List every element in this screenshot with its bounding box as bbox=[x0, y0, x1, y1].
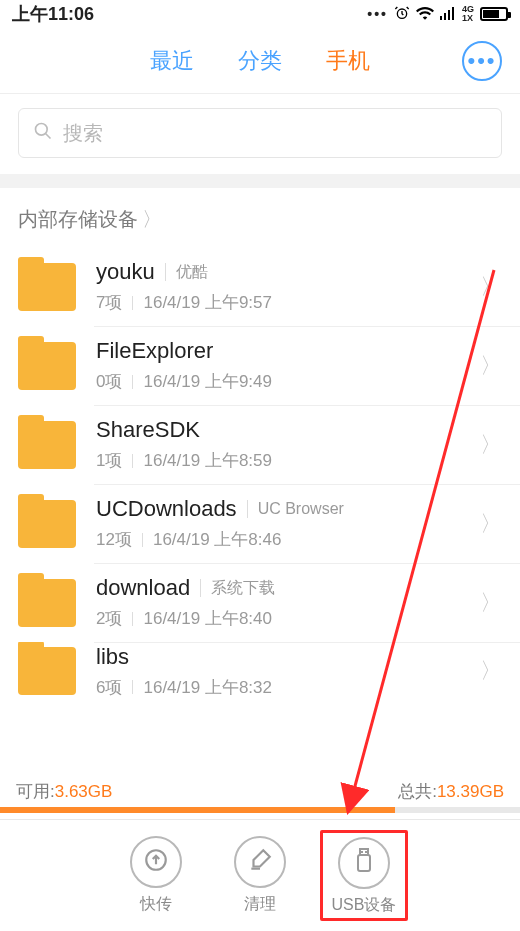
folder-row[interactable]: libs 6项 16/4/19 上午8:32 〉 bbox=[0, 642, 520, 700]
folder-row[interactable]: youku 优酷 7项 16/4/19 上午9:57 〉 bbox=[0, 247, 520, 326]
folder-icon bbox=[18, 647, 76, 695]
divider bbox=[165, 263, 166, 281]
folder-row[interactable]: download 系统下载 2项 16/4/19 上午8:40 〉 bbox=[0, 563, 520, 642]
svg-point-5 bbox=[36, 123, 48, 135]
folder-count: 2项 bbox=[96, 607, 122, 630]
svg-rect-1 bbox=[440, 16, 442, 20]
folder-tag: 系统下载 bbox=[211, 578, 275, 599]
folder-name: youku bbox=[96, 259, 155, 285]
divider bbox=[247, 500, 248, 518]
folder-icon bbox=[18, 342, 76, 390]
chevron-right-icon: 〉 bbox=[142, 206, 162, 233]
folder-date: 16/4/19 上午8:59 bbox=[143, 449, 272, 472]
more-icon: ••• bbox=[467, 48, 496, 74]
section-gap bbox=[0, 174, 520, 188]
folder-icon bbox=[18, 421, 76, 469]
svg-rect-8 bbox=[358, 855, 370, 871]
fast-transfer-button[interactable]: 快传 bbox=[112, 836, 200, 915]
storage-section-header[interactable]: 内部存储设备 〉 bbox=[0, 188, 520, 247]
search-wrap: 搜索 bbox=[0, 94, 520, 174]
folder-tag: UC Browser bbox=[258, 500, 344, 518]
bottom-bar: 快传 清理 USB设备 bbox=[0, 819, 520, 931]
wifi-icon bbox=[416, 6, 434, 23]
chevron-right-icon: 〉 bbox=[472, 351, 502, 381]
folder-tag: 优酷 bbox=[176, 262, 208, 283]
tab-phone[interactable]: 手机 bbox=[326, 46, 370, 76]
usb-icon bbox=[352, 847, 376, 879]
chevron-right-icon: 〉 bbox=[472, 509, 502, 539]
folder-count: 7项 bbox=[96, 291, 122, 314]
folder-name: libs bbox=[96, 644, 129, 670]
brush-icon bbox=[247, 847, 273, 877]
divider bbox=[132, 680, 133, 694]
status-time: 上午11:06 bbox=[12, 2, 94, 26]
folder-count: 6项 bbox=[96, 676, 122, 699]
divider bbox=[132, 454, 133, 468]
folder-name: UCDownloads bbox=[96, 496, 237, 522]
divider bbox=[132, 296, 133, 310]
folder-count: 12项 bbox=[96, 528, 132, 551]
fast-label: 快传 bbox=[140, 894, 172, 915]
folder-row[interactable]: UCDownloads UC Browser 12项 16/4/19 上午8:4… bbox=[0, 484, 520, 563]
divider bbox=[142, 533, 143, 547]
folder-name: download bbox=[96, 575, 190, 601]
folder-row[interactable]: ShareSDK 1项 16/4/19 上午8:59 〉 bbox=[0, 405, 520, 484]
chevron-right-icon: 〉 bbox=[472, 272, 502, 302]
folder-count: 0项 bbox=[96, 370, 122, 393]
divider bbox=[132, 612, 133, 626]
chevron-right-icon: 〉 bbox=[472, 430, 502, 460]
cellular-dots-icon: ••• bbox=[367, 6, 388, 22]
svg-rect-4 bbox=[452, 7, 454, 20]
storage-progress bbox=[0, 807, 520, 813]
folder-name: FileExplorer bbox=[96, 338, 213, 364]
clean-button[interactable]: 清理 bbox=[216, 836, 304, 915]
svg-rect-3 bbox=[448, 10, 450, 20]
top-nav: 最近 分类 手机 ••• bbox=[0, 28, 520, 94]
tab-category[interactable]: 分类 bbox=[238, 46, 282, 76]
folder-list: youku 优酷 7项 16/4/19 上午9:57 〉 FileExplore… bbox=[0, 247, 520, 700]
folder-icon bbox=[18, 579, 76, 627]
divider bbox=[200, 579, 201, 597]
folder-date: 16/4/19 上午8:32 bbox=[143, 676, 272, 699]
divider bbox=[132, 375, 133, 389]
folder-count: 1项 bbox=[96, 449, 122, 472]
chevron-right-icon: 〉 bbox=[472, 588, 502, 618]
folder-icon bbox=[18, 500, 76, 548]
more-button[interactable]: ••• bbox=[462, 41, 502, 81]
folder-row[interactable]: FileExplorer 0项 16/4/19 上午9:49 〉 bbox=[0, 326, 520, 405]
storage-total: 总共:13.39GB bbox=[398, 780, 504, 803]
search-icon bbox=[33, 121, 53, 146]
folder-date: 16/4/19 上午9:49 bbox=[143, 370, 272, 393]
folder-date: 16/4/19 上午8:40 bbox=[143, 607, 272, 630]
alarm-icon bbox=[394, 5, 410, 24]
clean-label: 清理 bbox=[244, 894, 276, 915]
upload-icon bbox=[143, 847, 169, 877]
chevron-right-icon: 〉 bbox=[472, 656, 502, 686]
storage-avail: 可用:3.63GB bbox=[16, 780, 112, 803]
signal-icon bbox=[440, 6, 456, 23]
battery-icon bbox=[480, 7, 508, 21]
status-bar: 上午11:06 ••• 4G1X bbox=[0, 0, 520, 28]
usb-button[interactable]: USB设备 bbox=[320, 830, 408, 921]
search-placeholder: 搜索 bbox=[63, 120, 103, 147]
network-4g-icon: 4G1X bbox=[462, 5, 474, 23]
usb-label: USB设备 bbox=[332, 895, 397, 916]
folder-icon bbox=[18, 263, 76, 311]
search-input[interactable]: 搜索 bbox=[18, 108, 502, 158]
svg-rect-2 bbox=[444, 13, 446, 20]
folder-date: 16/4/19 上午9:57 bbox=[143, 291, 272, 314]
section-title: 内部存储设备 bbox=[18, 206, 138, 233]
status-right: ••• 4G1X bbox=[367, 5, 508, 24]
folder-date: 16/4/19 上午8:46 bbox=[153, 528, 282, 551]
storage-bar: 可用:3.63GB 总共:13.39GB bbox=[0, 774, 520, 813]
folder-name: ShareSDK bbox=[96, 417, 200, 443]
tab-recent[interactable]: 最近 bbox=[150, 46, 194, 76]
